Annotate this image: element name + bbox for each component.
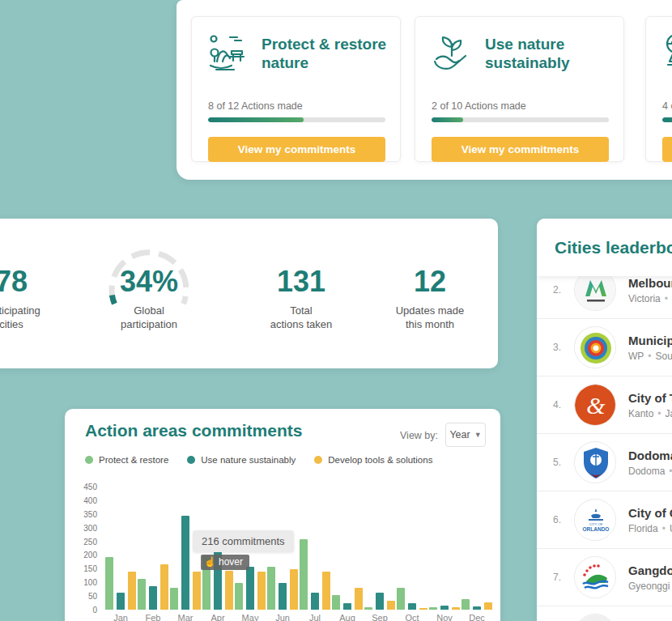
progress-bar xyxy=(432,117,609,122)
x-axis-label: Dec xyxy=(461,613,492,621)
card-protect-restore: Protect & restore nature 8 of 12 Actions… xyxy=(191,16,401,162)
bar[interactable] xyxy=(461,599,470,610)
leaderboard-title: Cities leaderboard xyxy=(555,238,672,257)
view-by-label: View by: xyxy=(400,430,438,441)
stat-value: 12 xyxy=(365,266,495,298)
leaderboard-row-8[interactable]: 8. xyxy=(537,606,672,621)
view-by-dropdown[interactable]: Year ▼ xyxy=(445,423,486,447)
legend-develop-tools: Develop tools & solutions xyxy=(314,455,432,465)
bar-group-jan[interactable]: Jan xyxy=(105,488,136,610)
rank-label: 7. xyxy=(553,572,568,583)
bar[interactable] xyxy=(300,539,308,610)
bar[interactable] xyxy=(117,593,125,610)
bar[interactable] xyxy=(128,572,136,610)
bar-group-nov[interactable]: Nov xyxy=(429,488,460,610)
leaderboard-row-orlando[interactable]: 6. CITY OF ORLANDO City of Orlando Flori… xyxy=(537,491,672,549)
tokyo-logo: & xyxy=(574,384,616,426)
city-name: Municipality xyxy=(628,334,672,347)
stat-value: 131 xyxy=(236,266,366,298)
leaderboard-row-municipality[interactable]: 3. Municipality WP•South Africa xyxy=(537,319,672,376)
bar[interactable] xyxy=(257,572,266,610)
bar[interactable] xyxy=(235,583,243,610)
bar[interactable] xyxy=(225,571,233,610)
bar[interactable] xyxy=(105,557,113,610)
svg-text:&: & xyxy=(586,392,606,419)
action-cards-panel: Protect & restore nature 8 of 12 Actions… xyxy=(177,0,672,180)
bar[interactable] xyxy=(355,588,363,610)
view-commitments-button[interactable]: View my commitments xyxy=(662,137,672,162)
bar[interactable] xyxy=(193,572,201,610)
generic-logo xyxy=(574,614,616,621)
leaderboard-row-gangdong[interactable]: 7. Gangdong-gu Gyeonggi•Republic of xyxy=(537,549,672,606)
progress-bar xyxy=(208,117,385,122)
bar[interactable] xyxy=(452,607,460,610)
rank-label: 2. xyxy=(553,284,568,296)
bar[interactable] xyxy=(138,579,146,610)
bar[interactable] xyxy=(484,602,492,610)
bar[interactable] xyxy=(181,516,189,610)
orlando-logo: CITY OF ORLANDO xyxy=(574,499,616,541)
bar[interactable] xyxy=(429,607,437,610)
bar[interactable] xyxy=(149,586,157,610)
bar[interactable] xyxy=(440,606,449,610)
bar[interactable] xyxy=(408,603,416,610)
chart-y-axis: 450400350300250200150100500 xyxy=(74,483,97,615)
bar-group-sep[interactable]: Sep xyxy=(364,488,395,610)
bar[interactable] xyxy=(343,603,351,610)
bar[interactable] xyxy=(290,569,298,610)
city-name: City of Tokyo xyxy=(628,391,672,405)
bar[interactable] xyxy=(376,593,384,610)
legend-dot-yellow xyxy=(314,456,322,464)
leaderboard-row-dodoma[interactable]: 5. Dodoma City Dodoma•Tanzania xyxy=(537,434,672,491)
bar[interactable] xyxy=(387,601,395,610)
bar[interactable] xyxy=(322,572,330,610)
stat-total-actions: 131 Total actions taken xyxy=(236,266,366,331)
seedling-hand-icon xyxy=(430,32,474,75)
bar[interactable] xyxy=(332,595,340,610)
stat-value: 34% xyxy=(84,266,214,298)
svg-text:ORLANDO: ORLANDO xyxy=(583,526,610,532)
bar[interactable] xyxy=(279,583,287,610)
x-axis-label: Nov xyxy=(429,613,460,621)
stat-updates-month: 12 Updates made this month xyxy=(365,266,495,331)
card-use-nature: Use nature sustainably 2 of 10 Actions m… xyxy=(415,16,624,162)
bar[interactable] xyxy=(311,593,319,610)
x-axis-label: Feb xyxy=(138,613,168,621)
bar[interactable] xyxy=(364,607,372,610)
rank-label: 6. xyxy=(553,514,568,525)
municipality-logo xyxy=(574,326,616,368)
leaderboard-row-tokyo[interactable]: 4. & City of Tokyo Kanto•Japan xyxy=(537,376,672,434)
view-commitments-button[interactable]: View my commitments xyxy=(208,137,385,162)
dashboard-screen: Protect & restore nature 8 of 12 Actions… xyxy=(0,0,672,621)
x-axis-label: Mar xyxy=(170,613,201,621)
chart-bars-area[interactable]: JanFebMarAprMayJunJulAugSepOctNovDec xyxy=(105,488,492,610)
x-axis-label: Jun xyxy=(267,613,298,621)
card-progress-text: 4 of 10 Actions made xyxy=(662,100,672,112)
card-title: Protect & restore nature xyxy=(262,35,389,72)
bar[interactable] xyxy=(160,564,168,610)
stat-value: 78 xyxy=(0,266,72,298)
bar[interactable] xyxy=(246,567,254,610)
bar[interactable] xyxy=(473,606,481,610)
hover-cursor-badge: ☝ hover xyxy=(201,555,249,570)
bar-group-dec[interactable]: Dec xyxy=(461,488,492,610)
bar[interactable] xyxy=(419,608,427,610)
global-stats-panel: 78 Participating cities 34% Global parti… xyxy=(0,219,498,368)
legend-protect-restore: Protect & restore xyxy=(85,455,168,465)
bar[interactable] xyxy=(170,588,178,610)
bar-group-oct[interactable]: Oct xyxy=(397,488,427,610)
hand-pointer-icon: ☝ xyxy=(204,556,216,568)
bar[interactable] xyxy=(267,567,275,610)
bar[interactable] xyxy=(397,588,405,610)
chart-title: Action areas commitments xyxy=(85,421,302,440)
view-commitments-button[interactable]: View my commitments xyxy=(432,137,609,162)
dodoma-logo xyxy=(574,441,616,483)
bar-group-jul[interactable]: Jul xyxy=(300,488,330,610)
park-nature-icon xyxy=(206,32,250,75)
bar-group-aug[interactable]: Aug xyxy=(332,488,363,610)
bar-group-feb[interactable]: Feb xyxy=(138,488,168,610)
rank-label: 5. xyxy=(553,457,568,468)
x-axis-label: May xyxy=(235,613,266,621)
leaderboard-header: Cities leaderboard xyxy=(537,219,672,276)
card-progress-text: 8 of 12 Actions made xyxy=(208,100,303,112)
